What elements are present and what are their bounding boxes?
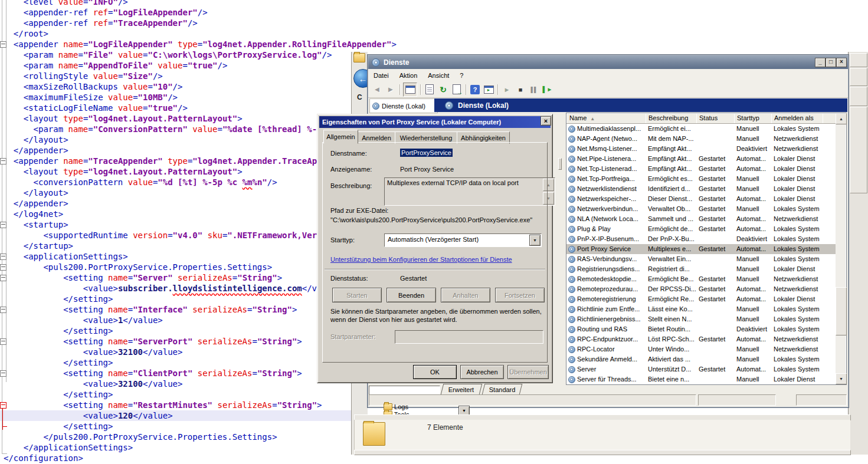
menu-hilfe[interactable]: ? — [454, 70, 469, 81]
service-row-nap-agent-netwo[interactable]: NAP-Agent (Netwo...Mit dem NAP-...Manuel… — [566, 134, 836, 144]
service-row-remoteregistrierung[interactable]: RemoteregistrierungErmöglicht Re...Gesta… — [566, 294, 836, 304]
fold-scope-end — [2, 426, 7, 427]
services-window-titlebar[interactable]: Dienste — [368, 55, 848, 69]
console-tree-item-dienste-lokal[interactable]: Dienste (Lokal) — [369, 98, 438, 113]
service-row-net-pipe-listenera[interactable]: Net.Pipe-Listenera...Empfängt Akt...Gest… — [566, 154, 836, 164]
service-row-rpc-endpunktzuor[interactable]: RPC-Endpunktzuor...Löst RPC-Sch...Gestar… — [566, 334, 836, 344]
restart-service-icon[interactable]: ▌► — [542, 84, 553, 96]
fold-collapse-icon[interactable] — [0, 158, 6, 164]
vertical-scrollbar[interactable] — [836, 113, 846, 383]
cell: Lokales System — [774, 234, 834, 244]
cell: Unter Windo... — [648, 344, 696, 354]
fold-collapse-icon[interactable] — [0, 41, 6, 48]
cell: Netzwerklistendienst — [577, 184, 644, 194]
tab-erweitert[interactable]: Erweitert — [441, 384, 482, 394]
code-line: <rollingStyle value="Size"/> — [4, 71, 163, 81]
fold-collapse-icon[interactable] — [0, 254, 6, 260]
minimize-button[interactable]: _ — [815, 58, 826, 67]
service-row-netzwerkverbindun[interactable]: Netzwerkverbindun...Verwaltet Ob...Gesta… — [566, 204, 836, 214]
fold-collapse-icon[interactable] — [0, 264, 6, 271]
cell: Lokales System — [774, 124, 834, 134]
service-row-netzwerkspeicher[interactable]: Netzwerkspeicher-...Dieser Dienst...Gest… — [566, 194, 836, 204]
cell: Netzwerkverbindun... — [577, 204, 644, 214]
drive-letter-label: C — [357, 93, 362, 101]
column-header-anmelden-als[interactable]: Anmelden als — [771, 113, 826, 124]
cell: Lokales System — [774, 204, 834, 214]
menu-datei[interactable]: Datei — [368, 70, 394, 81]
service-row-multimediaklassenpl[interactable]: Multimediaklassenpl...Ermöglicht ei...Ma… — [566, 124, 836, 134]
right-edge-panel — [850, 68, 867, 86]
service-row-pnp-x-ip-busenum[interactable]: PnP-X-IP-Busenum...Der PnP-X-Bu...Deakti… — [566, 234, 836, 244]
service-row-nla-network-loca[interactable]: NLA (Network Loca...Sammelt und ...Gesta… — [566, 214, 836, 224]
service-row-server-f-r-threads[interactable]: Server für Threads...Bietet eine n...Man… — [566, 374, 836, 383]
stop-service-icon[interactable]: ■ — [515, 84, 526, 96]
back-icon[interactable]: ◄ — [371, 84, 383, 96]
service-row-net-tcp-portfreiga[interactable]: Net.Tcp-Portfreiga...Ermöglicht es...Ges… — [566, 174, 836, 184]
ok-button[interactable]: OK — [413, 365, 457, 379]
cell — [699, 374, 734, 383]
service-gear-icon — [568, 186, 575, 193]
menu-ansicht[interactable]: Ansicht — [422, 70, 454, 81]
toolbar-separator — [497, 84, 499, 95]
abbrechen-button[interactable]: Abbrechen — [460, 365, 504, 379]
service-row-remoteprozedurau[interactable]: Remoteprozedurau...Der RPCSS-Di...Gestar… — [566, 284, 836, 294]
cell: Gestartet — [699, 244, 734, 254]
service-row-richtlinienergebniss[interactable]: Richtlinienergebniss...Stellt einen N...… — [566, 314, 836, 324]
scroll-up-icon[interactable]: ▲ — [836, 113, 847, 124]
service-row-ras-verbindungsv[interactable]: RAS-Verbindungsv...Verwaltet Ein...Manue… — [566, 254, 836, 264]
dialog-close-icon[interactable]: × — [541, 116, 551, 126]
scroll-down-icon[interactable]: ▼ — [836, 373, 847, 384]
refresh-icon[interactable]: ↻ — [437, 84, 449, 96]
cell: Lokales System — [774, 244, 834, 254]
fold-collapse-icon[interactable] — [0, 222, 6, 228]
service-row-rpc-locator[interactable]: RPC-LocatorUnter Windo...ManuellNetzwerk… — [566, 344, 836, 354]
forward-icon[interactable]: ► — [385, 84, 397, 96]
service-row-routing-und-ras[interactable]: Routing und RASBietet Routin...Deaktivie… — [566, 324, 836, 334]
fold-collapse-icon[interactable] — [0, 307, 6, 313]
fold-collapse-icon[interactable] — [0, 275, 6, 281]
cell: Manuell — [736, 254, 771, 264]
service-row-registrierungsdiens[interactable]: Registrierungsdiens...Registriert di...M… — [566, 264, 836, 274]
cell: Sammelt und ... — [648, 214, 696, 224]
pause-service-icon[interactable]: ▌▌ — [528, 84, 540, 96]
properties-icon[interactable] — [424, 84, 435, 96]
service-row-richtlinie-zum-entfe[interactable]: Richtlinie zum Entfe...Lässt eine Ko...M… — [566, 304, 836, 314]
service-row-plug-play[interactable]: Plug & PlayErmöglicht de...GestartetAuto… — [566, 224, 836, 234]
service-row-remotedesktopdie[interactable]: Remotedesktopdie...Ermöglicht Be...Gesta… — [566, 274, 836, 284]
show-console-tree-icon[interactable] — [403, 83, 417, 97]
new-window-icon[interactable]: ► — [483, 84, 494, 96]
service-row-netzwerklistendienst[interactable]: NetzwerklistendienstIdentifiziert d...Ge… — [566, 184, 836, 194]
code-line: <appender-ref ref="LogFileAppender"/> — [4, 7, 208, 18]
column-header-starttyp[interactable]: Starttyp — [734, 113, 774, 124]
content-pane-title: Dienste (Lokal) — [458, 101, 509, 110]
menu-aktion[interactable]: Aktion — [394, 70, 423, 81]
column-header-name[interactable]: Name▲ — [566, 113, 648, 124]
fold-collapse-icon[interactable] — [0, 370, 6, 377]
code-line: </root> — [4, 28, 48, 39]
fold-collapse-icon-red[interactable] — [0, 402, 6, 409]
scrollbar-thumb[interactable] — [836, 287, 847, 335]
help-icon[interactable]: ? — [469, 84, 481, 96]
tab-standard[interactable]: Standard — [482, 384, 522, 394]
start-service-icon[interactable]: ► — [501, 84, 513, 96]
service-row-port-proxy-service[interactable]: Port Proxy ServiceMultiplexes e...Gestar… — [566, 244, 836, 254]
service-row-net-msmq-listener[interactable]: Net.Msmq-Listener...Empfängt Akt...Deakt… — [566, 144, 836, 154]
fold-collapse-icon[interactable] — [0, 338, 6, 345]
pane-splitter-handle[interactable] — [558, 158, 562, 170]
maximize-button[interactable]: □ — [826, 58, 836, 67]
service-row-server[interactable]: ServerUnterstützt D...GestartetAutomat..… — [566, 364, 836, 374]
service-row-sekund-re-anmeld[interactable]: Sekundäre Anmeld...Aktiviert das ...Manu… — [566, 354, 836, 364]
cell: Gestartet — [699, 174, 734, 184]
column-header-beschreibung[interactable]: Beschreibung — [646, 113, 699, 124]
service-row-net-tcp-listenerad[interactable]: Net.Tcp-Listenerad...Empfängt Akt...Gest… — [566, 164, 836, 174]
right-edge-panel — [850, 53, 867, 67]
dialog-tab-allgemein[interactable]: Allgemein — [323, 130, 358, 144]
cell — [699, 234, 734, 244]
service-gear-icon — [568, 266, 575, 273]
close-button[interactable]: × — [836, 58, 847, 67]
cell: Gestartet — [699, 164, 734, 174]
dialog-titlebar[interactable]: Eigenschaften von Port Proxy Service (Lo… — [319, 116, 551, 128]
export-list-icon[interactable]: → — [451, 84, 463, 96]
cell: Gestartet — [699, 204, 734, 214]
column-header-status[interactable]: Status — [696, 113, 737, 124]
